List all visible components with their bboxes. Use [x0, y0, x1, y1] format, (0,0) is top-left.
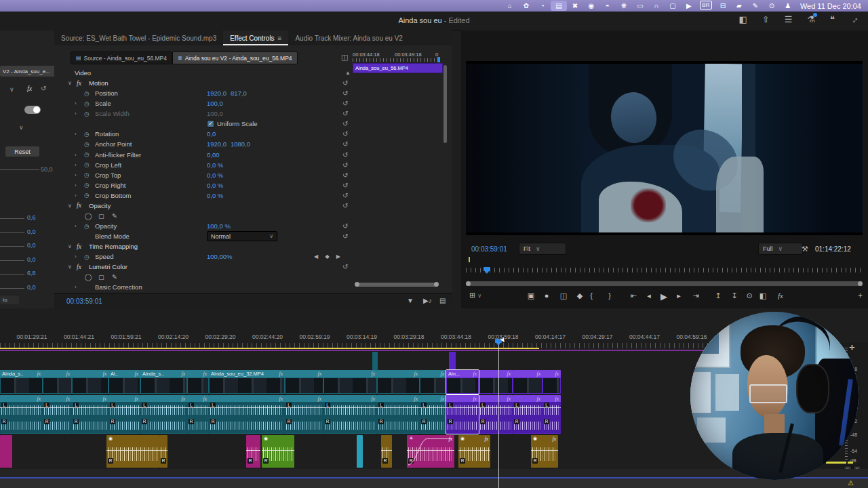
user-icon[interactable]: ♟	[780, 1, 796, 11]
input-source-icon[interactable]: BR	[700, 1, 712, 9]
volume-rubber-band[interactable]	[106, 450, 159, 451]
ec-row-scale-width[interactable]: ›◷Scale Width100,0↺	[54, 108, 407, 119]
twirl-closed-icon[interactable]: ›	[75, 152, 77, 158]
param-label[interactable]: Rotation	[95, 130, 119, 138]
panel-split-icon[interactable]: ◫	[341, 53, 348, 62]
ec-row-crop-right[interactable]: ›◷Crop Right0,0 %↺	[54, 180, 407, 190]
volume-rubber-band[interactable]	[285, 407, 323, 408]
timeline-clip[interactable]: R	[159, 435, 167, 468]
add-button-icon[interactable]: +	[858, 291, 863, 300]
timeline-clip[interactable]: fxLR	[513, 395, 542, 434]
param-label[interactable]: Basic Correction	[95, 283, 142, 291]
param-label[interactable]: Crop Right	[95, 182, 125, 189]
step-back-icon[interactable]: ◂	[647, 291, 651, 300]
volume-rubber-band[interactable]	[513, 407, 542, 408]
timeline-clip[interactable]	[449, 352, 456, 370]
timeline-clip[interactable]: fx	[513, 370, 542, 394]
keystroke-viewer-icon[interactable]: ✖	[567, 1, 583, 11]
param-label[interactable]: Opacity	[95, 222, 117, 230]
twirl-closed-icon[interactable]: ›	[75, 100, 77, 106]
ec-vscrollbar[interactable]	[443, 65, 447, 143]
comparison-view-icon[interactable]: ◧	[760, 291, 766, 300]
es-slider[interactable]	[0, 232, 24, 233]
timeline-clip[interactable]: fx	[72, 370, 108, 394]
twirl-closed-icon[interactable]: ›	[75, 223, 77, 229]
playback-quality-dropdown[interactable]: Full∨	[758, 243, 803, 255]
volume-rubber-band[interactable]	[381, 450, 392, 451]
effect-name[interactable]: Time Remapping	[89, 243, 138, 250]
pen-mask-icon[interactable]: ✎	[112, 212, 117, 220]
mini-ruler-ticks[interactable]	[353, 58, 441, 62]
timeline-clip[interactable]: Ainda_s..fx	[0, 370, 43, 394]
collapse-icon[interactable]: ▲	[345, 70, 351, 76]
display-icon[interactable]: ▢	[665, 1, 681, 11]
timeline-clip[interactable]: fxLR	[542, 395, 561, 434]
param-label[interactable]: Anchor Point	[95, 140, 132, 148]
es-reset-button[interactable]: Reset	[5, 146, 39, 157]
reset-param-icon[interactable]: ↺	[342, 100, 348, 107]
timeline-clip[interactable]	[0, 435, 12, 468]
safe-margins-icon[interactable]: ▣	[528, 291, 534, 300]
volume-rubber-band[interactable]	[246, 450, 260, 451]
window-frame-icon[interactable]: ▭	[632, 1, 648, 11]
reset-param-icon[interactable]: ↺	[342, 130, 348, 138]
twirl-open-icon[interactable]: ∨	[68, 243, 72, 249]
volume-rubber-band[interactable]	[140, 407, 187, 408]
stopwatch-icon[interactable]: ◷	[84, 182, 90, 188]
ec-row-crop-top[interactable]: ›◷Crop Top0,0 %↺	[54, 170, 407, 180]
program-timecode[interactable]: 00:03:59:01	[471, 245, 507, 253]
twirl-closed-icon[interactable]: ›	[75, 110, 77, 117]
ec-subtab-0[interactable]: ▤Source - Ainda_sou_eu_56.MP4	[71, 52, 172, 64]
settings-wrench-icon[interactable]: ⚒	[802, 245, 808, 253]
timeline-clip[interactable]: fx	[187, 370, 209, 394]
param-value[interactable]: 1080,0	[231, 140, 250, 148]
volume-rubber-band[interactable]	[187, 407, 209, 408]
twirl-closed-icon[interactable]: ›	[75, 284, 77, 290]
stopwatch-icon[interactable]: ◷	[84, 161, 90, 168]
param-value[interactable]: 0,0	[207, 130, 216, 138]
param-label[interactable]: Anti-flicker Filter	[95, 151, 141, 159]
stopwatch-icon[interactable]: ◷	[84, 90, 90, 97]
twirl-closed-icon[interactable]: ›	[75, 192, 77, 199]
volume-rubber-band[interactable]	[209, 407, 285, 408]
param-value[interactable]: 100,00%	[207, 253, 233, 260]
timeline-clip[interactable]: Ai..fx	[108, 370, 140, 394]
pen-mask-icon[interactable]: ✎	[112, 273, 117, 281]
param-label[interactable]: Speed	[95, 253, 113, 260]
play-effects-icon[interactable]: ▶♪	[423, 297, 432, 304]
es-value[interactable]: 0,0	[27, 228, 36, 235]
param-label[interactable]: Position	[95, 89, 118, 97]
headphones-icon[interactable]: ∩	[648, 1, 665, 11]
timeline-clip[interactable]: fxLR	[43, 395, 72, 434]
stopwatch-icon[interactable]: ◷	[84, 100, 90, 107]
ec-row-time-remapping[interactable]: ∨fxTime Remapping	[54, 241, 407, 251]
timeline-clip[interactable]: fx	[323, 370, 377, 394]
timeline-clip[interactable]: fxLR	[479, 395, 513, 434]
panel-move-icon[interactable]: ✛	[849, 344, 854, 351]
twirl-closed-icon[interactable]: ›	[75, 131, 77, 137]
timeline-clip[interactable]: Rfx◉	[531, 435, 558, 468]
param-value[interactable]: 0,0 %	[207, 161, 223, 169]
fx-badge-icon[interactable]: fx	[778, 291, 783, 300]
display-mirroring-icon[interactable]: ▤	[551, 1, 567, 11]
ec-hscrollbar[interactable]	[355, 283, 438, 287]
reset-param-icon[interactable]: ↺	[342, 182, 348, 189]
param-label[interactable]: Scale Width	[95, 110, 130, 117]
ec-row-lumetri-color[interactable]: ∨fxLumetri Color↺	[54, 262, 407, 272]
ec-row-crop-left[interactable]: ›◷Crop Left0,0 %↺	[54, 160, 407, 170]
vpn-icon[interactable]: ✿	[518, 1, 534, 11]
timeline-clip[interactable]: fx	[479, 370, 513, 394]
rect-mask-icon[interactable]: ▢	[98, 273, 104, 281]
multicam-icon[interactable]: ◫	[560, 291, 567, 300]
param-value[interactable]: 100,0	[207, 110, 223, 117]
stopwatch-icon[interactable]: ◷	[84, 151, 90, 158]
timeline-clip[interactable]: fxLR	[187, 395, 209, 434]
zoom-level-dropdown[interactable]: Fit∨	[519, 243, 566, 255]
section-label[interactable]: Video	[75, 69, 91, 77]
fx-icon[interactable]: fx	[77, 80, 81, 87]
volume-rubber-band[interactable]	[323, 407, 377, 408]
param-value[interactable]: 0,0 %	[207, 182, 223, 189]
timeline-clip[interactable]: Ainda_s..fx	[140, 370, 187, 394]
param-value[interactable]: 817,0	[231, 89, 247, 97]
volume-rubber-band[interactable]	[446, 407, 479, 408]
